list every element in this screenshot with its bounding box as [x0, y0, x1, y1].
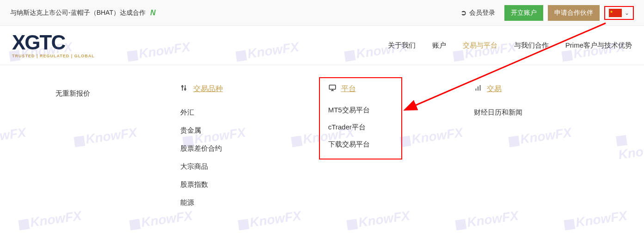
- platform-highlight-box: 平台 MT5交易平台 cTrader平台 下载交易平台: [319, 77, 402, 159]
- mega-col-products: 交易品种 外汇 贵金属 股票差价合约 大宗商品 股票指数 能源: [180, 84, 323, 212]
- platform-list: MT5交易平台 cTrader平台 下载交易平台: [328, 102, 393, 153]
- no-requote-text: 无重新报价: [55, 89, 176, 98]
- platform-item-mt5[interactable]: MT5交易平台: [328, 102, 393, 119]
- product-item-energy[interactable]: 能源: [180, 194, 323, 212]
- login-icon: ➲: [460, 8, 466, 17]
- mega-menu: 无重新报价 交易品种 外汇 贵金属 股票差价合约 大宗商品 股票指数 能源 平台: [0, 65, 644, 230]
- sliders-icon: [180, 84, 189, 94]
- mega-col-trade: 交易 财经日历和新闻: [474, 84, 616, 212]
- trade-list: 财经日历和新闻: [474, 104, 616, 122]
- main-navbar: XGTC TRUSTED | REGULATED | GLOBAL 关于我们 账…: [0, 26, 644, 65]
- products-heading[interactable]: 交易品种: [180, 84, 323, 94]
- logo-text: XGTC: [12, 32, 95, 53]
- monitor-icon: [328, 84, 337, 94]
- announcement-bar: 与纳斯达克上市公司-蓝帽子（BHAT）达成合作 N: [10, 9, 156, 17]
- svg-point-3: [184, 89, 186, 90]
- mega-col-requote: 无重新报价: [55, 84, 176, 212]
- nav-about[interactable]: 关于我们: [388, 41, 416, 50]
- site-logo[interactable]: XGTC TRUSTED | REGULATED | GLOBAL: [12, 32, 95, 58]
- platform-heading[interactable]: 平台: [328, 84, 393, 94]
- product-item-metals[interactable]: 贵金属: [180, 122, 323, 140]
- china-flag-icon: [609, 9, 622, 17]
- product-item-indices[interactable]: 股票指数: [180, 176, 323, 194]
- nav-prime[interactable]: Prime客户与技术优势: [565, 41, 632, 50]
- bar-chart-icon: [474, 84, 482, 94]
- topbar: 与纳斯达克上市公司-蓝帽子（BHAT）达成合作 N ➲ 会员登录 开立账户 申请…: [0, 0, 644, 26]
- logo-tagline: TRUSTED | REGULATED | GLOBAL: [12, 54, 95, 58]
- trade-item-calendar[interactable]: 财经日历和新闻: [474, 104, 616, 122]
- login-label: 会员登录: [469, 9, 495, 17]
- products-list: 外汇 贵金属 股票差价合约 大宗商品 股票指数 能源: [180, 104, 323, 212]
- svg-point-0: [182, 86, 183, 87]
- platform-item-ctrader[interactable]: cTrader平台: [328, 119, 393, 136]
- platform-item-download[interactable]: 下载交易平台: [328, 136, 393, 153]
- apply-partner-button[interactable]: 申请合作伙伴: [548, 5, 600, 21]
- open-account-button[interactable]: 开立账户: [504, 5, 543, 21]
- svg-rect-6: [329, 85, 336, 89]
- nav-trading-platform[interactable]: 交易与平台: [463, 41, 497, 50]
- member-login-link[interactable]: ➲ 会员登录: [456, 6, 500, 20]
- nav-account[interactable]: 账户: [432, 41, 446, 50]
- mega-col-platform: 平台 MT5交易平台 cTrader平台 下载交易平台: [327, 84, 470, 212]
- topbar-actions: ➲ 会员登录 开立账户 申请合作伙伴 ⌄: [456, 5, 634, 21]
- product-item-commodities[interactable]: 大宗商品: [180, 158, 323, 176]
- chevron-down-icon: ⌄: [625, 10, 629, 16]
- announcement-text: 与纳斯达克上市公司-蓝帽子（BHAT）达成合作: [10, 9, 146, 17]
- trade-heading[interactable]: 交易: [474, 84, 616, 94]
- nav-partner[interactable]: 与我们合作: [514, 41, 549, 50]
- language-selector[interactable]: ⌄: [604, 6, 634, 20]
- product-item-forex[interactable]: 外汇: [180, 104, 323, 122]
- stock-chart-icon: N: [150, 9, 156, 17]
- product-item-cfd[interactable]: 股票差价合约: [180, 140, 323, 158]
- nav-links: 关于我们 账户 交易与平台 与我们合作 Prime客户与技术优势: [388, 41, 632, 50]
